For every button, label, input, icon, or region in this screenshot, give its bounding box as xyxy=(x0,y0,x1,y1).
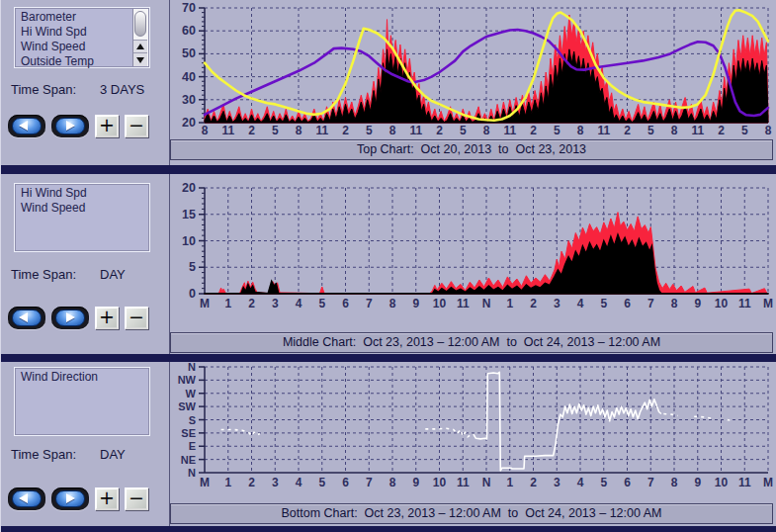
svg-text:11: 11 xyxy=(597,124,610,137)
bottom-nav-controls: + − xyxy=(8,488,148,510)
svg-text:11: 11 xyxy=(315,124,328,137)
svg-text:SE: SE xyxy=(181,427,196,439)
time-span-value: DAY xyxy=(100,447,126,462)
svg-text:N: N xyxy=(188,362,196,373)
svg-text:10: 10 xyxy=(715,476,729,489)
listbox-scrollbar[interactable] xyxy=(132,9,148,66)
svg-text:0: 0 xyxy=(189,287,196,301)
forward-button[interactable] xyxy=(51,307,89,329)
svg-text:7: 7 xyxy=(366,476,373,489)
svg-text:M: M xyxy=(763,476,773,489)
svg-text:8: 8 xyxy=(202,124,209,137)
right-arrow-icon xyxy=(66,121,75,131)
up-arrow-icon xyxy=(136,44,144,49)
svg-text:11: 11 xyxy=(738,297,751,310)
svg-text:8: 8 xyxy=(577,124,584,137)
svg-text:3: 3 xyxy=(272,476,279,489)
svg-text:5: 5 xyxy=(272,124,279,137)
svg-text:N: N xyxy=(188,467,196,479)
bottom-band xyxy=(1,526,776,532)
zoom-out-button[interactable]: − xyxy=(125,488,148,510)
zoom-in-button[interactable]: + xyxy=(95,307,119,329)
section-separator xyxy=(1,165,776,174)
list-item[interactable]: Wind Speed xyxy=(15,40,149,54)
svg-text:11: 11 xyxy=(503,124,516,137)
list-item[interactable]: Hi Wind Spd xyxy=(15,25,149,40)
time-span-label: Time Span: xyxy=(11,82,76,97)
scrollbar-thumb[interactable] xyxy=(134,11,146,37)
svg-text:7: 7 xyxy=(647,476,654,489)
right-arrow-icon xyxy=(66,312,75,322)
svg-text:2: 2 xyxy=(624,124,631,137)
svg-text:8: 8 xyxy=(671,297,678,310)
svg-text:5: 5 xyxy=(554,124,560,137)
svg-text:S: S xyxy=(189,414,196,426)
forward-button[interactable] xyxy=(51,488,89,510)
svg-text:7: 7 xyxy=(647,297,654,310)
svg-text:5: 5 xyxy=(366,124,373,137)
zoom-in-button[interactable]: + xyxy=(95,115,119,137)
svg-text:20: 20 xyxy=(182,181,196,195)
svg-text:8: 8 xyxy=(389,297,396,310)
back-button[interactable] xyxy=(8,488,45,510)
zoom-out-button[interactable]: − xyxy=(125,115,148,137)
svg-text:8: 8 xyxy=(671,476,678,489)
svg-text:6: 6 xyxy=(342,297,349,310)
zoom-in-button[interactable]: + xyxy=(95,488,119,510)
scroll-up-button[interactable] xyxy=(133,40,147,53)
back-button[interactable] xyxy=(8,115,45,137)
top-section: Barometer Hi Wind Spd Wind Speed Outside… xyxy=(1,0,776,165)
svg-text:4: 4 xyxy=(296,297,302,310)
svg-text:9: 9 xyxy=(694,476,701,489)
bottom-chart-caption: Bottom Chart: Oct 23, 2013 – 12:00 AM to… xyxy=(170,503,773,524)
svg-text:4: 4 xyxy=(577,297,584,310)
scroll-down-button[interactable] xyxy=(133,52,147,66)
back-button[interactable] xyxy=(8,307,45,329)
svg-text:10: 10 xyxy=(182,234,196,248)
middle-series-listbox[interactable]: Hi Wind Spd Wind Speed xyxy=(14,183,150,252)
list-item[interactable]: Hi Wind Spd xyxy=(15,186,149,201)
svg-text:11: 11 xyxy=(457,476,470,489)
svg-text:40: 40 xyxy=(182,70,196,84)
svg-text:8: 8 xyxy=(389,124,396,137)
middle-sidebar: Hi Wind Spd Wind Speed Time Span:DAY + − xyxy=(1,174,170,354)
forward-button[interactable] xyxy=(51,115,89,137)
weather-chart-window: Barometer Hi Wind Spd Wind Speed Outside… xyxy=(0,0,776,532)
bottom-series-listbox[interactable]: Wind Direction xyxy=(14,367,150,436)
list-item[interactable]: Outside Temp xyxy=(15,54,149,69)
right-arrow-icon xyxy=(66,493,75,503)
svg-text:11: 11 xyxy=(221,124,234,137)
svg-text:2: 2 xyxy=(342,124,349,137)
svg-text:6: 6 xyxy=(624,297,631,310)
svg-text:4: 4 xyxy=(577,476,584,489)
zoom-out-button[interactable]: − xyxy=(125,307,148,329)
svg-text:M: M xyxy=(200,476,210,489)
top-series-listbox[interactable]: Barometer Hi Wind Spd Wind Speed Outside… xyxy=(14,7,150,68)
svg-text:2: 2 xyxy=(718,124,725,137)
section-separator xyxy=(1,354,776,362)
svg-text:2: 2 xyxy=(248,124,255,137)
svg-text:6: 6 xyxy=(342,476,349,489)
svg-text:9: 9 xyxy=(694,297,701,310)
svg-text:10: 10 xyxy=(433,297,447,310)
svg-text:9: 9 xyxy=(412,297,419,310)
bottom-section: Wind Direction Time Span:DAY + − NNEESES… xyxy=(1,362,776,526)
svg-text:50: 50 xyxy=(182,46,196,60)
time-span-label: Time Span: xyxy=(11,267,76,282)
svg-text:3: 3 xyxy=(554,297,560,310)
list-item[interactable]: Wind Direction xyxy=(15,370,149,385)
svg-text:20: 20 xyxy=(182,116,196,130)
svg-text:7: 7 xyxy=(366,297,373,310)
svg-text:8: 8 xyxy=(389,476,396,489)
bottom-chart-panel: NNEESESSWWNWNM1234567891011N123456789101… xyxy=(170,362,776,498)
list-item[interactable]: Barometer xyxy=(15,10,149,25)
time-span-value: DAY xyxy=(100,267,126,282)
bottom-chart: NNEESESSWWNWNM1234567891011N123456789101… xyxy=(170,362,776,498)
svg-text:NW: NW xyxy=(178,374,197,386)
list-item[interactable]: Wind Speed xyxy=(15,201,149,216)
top-nav-controls: + − xyxy=(8,115,148,137)
time-span-value: 3 DAYS xyxy=(100,82,144,97)
middle-chart-panel: 05101520M1234567891011N1234567891011M xyxy=(170,174,776,322)
middle-chart-caption: Middle Chart: Oct 23, 2013 – 12:00 AM to… xyxy=(170,332,773,353)
middle-chart: 05101520M1234567891011N1234567891011M xyxy=(170,174,776,322)
